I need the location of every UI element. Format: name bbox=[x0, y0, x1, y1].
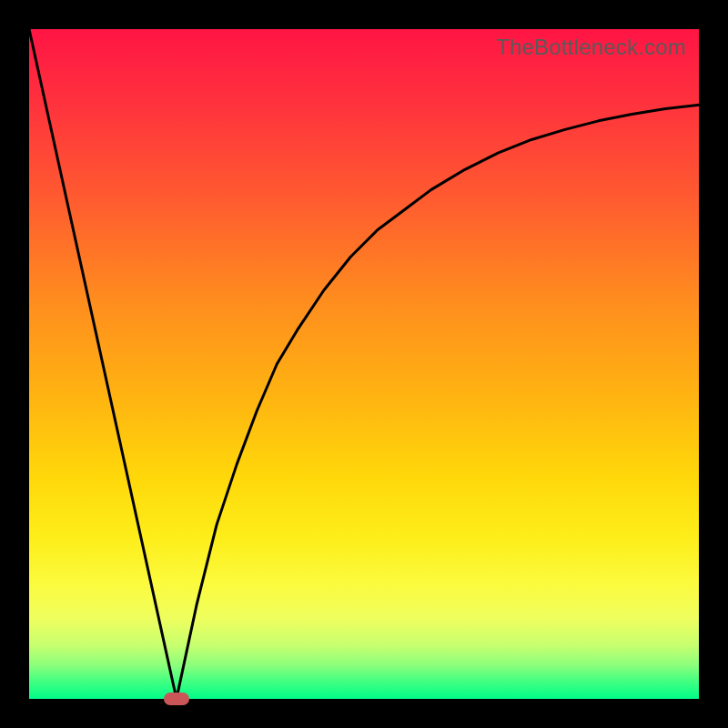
curve-path bbox=[29, 29, 699, 699]
plot-area: TheBottleneck.com bbox=[29, 29, 699, 699]
min-marker bbox=[164, 693, 189, 705]
curve-svg bbox=[29, 29, 699, 699]
chart-frame: TheBottleneck.com bbox=[0, 0, 728, 728]
